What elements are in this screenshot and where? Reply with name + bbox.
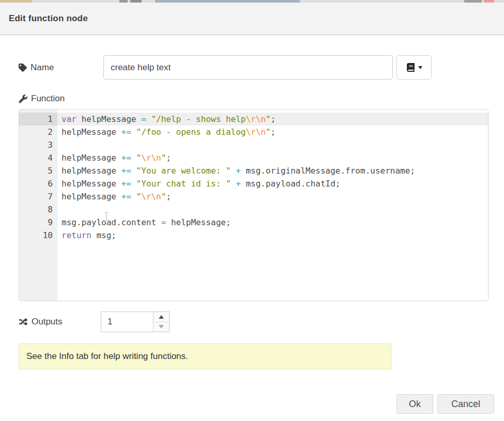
line-number: 4 [19, 151, 57, 164]
code-token: + [236, 166, 241, 176]
code-token: \r\n [141, 153, 161, 163]
code-token: += [121, 127, 131, 137]
code-token: helpMessage [77, 114, 141, 124]
tip-box: See the Info tab for help writing functi… [19, 344, 391, 369]
code-token: \r\n [141, 192, 161, 201]
code-token: msg.payload.chatId; [241, 179, 341, 189]
tag-icon [19, 64, 27, 72]
down-arrow-icon [159, 325, 164, 331]
code-token: helpMessage [62, 166, 121, 176]
outputs-input[interactable] [101, 312, 153, 332]
code-token: " [161, 192, 166, 201]
code-token: " [266, 114, 271, 124]
line-number: 2 [19, 126, 57, 138]
code-token: msg.payload.content [62, 217, 161, 227]
code-editor[interactable]: 12345678910 var helpMessage = "/help - s… [19, 109, 488, 301]
editor-content[interactable]: var helpMessage = "/help - shows help\r\… [57, 110, 488, 301]
line-number: 7 [19, 190, 57, 203]
code-token: = [161, 217, 166, 227]
code-token: var [62, 114, 77, 124]
line-number: 3 [19, 138, 57, 151]
code-line[interactable]: return msg; [57, 229, 488, 242]
caret-down-icon [418, 66, 422, 71]
code-token [131, 179, 136, 189]
outputs-label-text: Outputs [32, 317, 63, 327]
outputs-spinner [101, 311, 170, 332]
code-token: " [266, 127, 271, 137]
name-input[interactable] [103, 55, 393, 80]
code-token [146, 114, 151, 124]
outputs-label: Outputs [19, 317, 63, 327]
code-token [131, 127, 136, 137]
code-token: return [62, 230, 91, 240]
dialog-title: Edit function node [9, 13, 88, 24]
code-token: "/help - shows help [151, 114, 246, 124]
function-label-text: Function [31, 93, 65, 104]
spinner-down-button[interactable] [154, 322, 169, 332]
code-token: msg; [91, 230, 116, 240]
code-line[interactable]: helpMessage += "\r\n"; [57, 190, 488, 203]
line-number: 6 [19, 177, 57, 190]
line-number: 1 [19, 113, 57, 126]
ok-button[interactable]: Ok [396, 394, 433, 414]
shuffle-icon [19, 318, 28, 326]
code-token: ; [166, 192, 171, 201]
line-number: 8 [19, 203, 57, 216]
code-token: ; [271, 114, 276, 124]
name-label-text: Name [30, 63, 54, 73]
code-line[interactable]: helpMessage += "Your chat id is: " + msg… [57, 177, 488, 190]
code-token: "/foo - opens a dialog [136, 127, 246, 137]
code-token: \r\n [246, 127, 266, 137]
edit-function-node-dialog: { "dialog": { "title": "Edit function no… [0, 0, 504, 421]
code-token: ; [166, 153, 171, 163]
spinner-up-button[interactable] [154, 312, 169, 322]
code-token: helpMessage [62, 153, 121, 163]
code-token: " [136, 192, 142, 201]
code-token: += [121, 179, 131, 189]
code-line[interactable] [57, 203, 488, 216]
code-line[interactable]: msg.payload.content = helpMessage; [57, 216, 488, 229]
code-token: helpMessage [62, 179, 121, 189]
library-button[interactable] [396, 55, 432, 80]
code-token: msg.originalMessage.from.username; [241, 166, 415, 176]
line-number: 10 [19, 229, 57, 242]
code-token: " [136, 153, 142, 163]
code-line[interactable] [57, 138, 488, 151]
code-token: = [141, 114, 146, 124]
code-token [131, 153, 136, 163]
code-line[interactable]: helpMessage += "You are welcome: " + msg… [57, 164, 488, 177]
code-line[interactable]: helpMessage += "/foo - opens a dialog\r\… [57, 126, 488, 138]
book-icon [406, 63, 415, 72]
function-label: Function [19, 93, 65, 104]
code-token: ; [271, 127, 276, 137]
editor-gutter: 12345678910 [19, 110, 57, 301]
mouse-cursor-ibeam-icon [104, 212, 109, 222]
name-label: Name [19, 63, 54, 73]
line-number: 9 [19, 216, 57, 229]
code-token: += [121, 192, 131, 201]
code-line[interactable]: helpMessage += "\r\n"; [57, 151, 488, 164]
spinner-buttons [153, 312, 169, 332]
code-token: += [121, 153, 131, 163]
code-token: helpMessage [62, 192, 121, 201]
code-token: += [121, 166, 131, 176]
code-token: helpMessage [62, 127, 121, 137]
code-token [231, 179, 236, 189]
code-token: "You are welcome: " [136, 166, 231, 176]
code-token: \r\n [246, 114, 266, 124]
cancel-button[interactable]: Cancel [437, 394, 494, 414]
code-token [131, 166, 136, 176]
dialog-header: Edit function node [0, 3, 504, 35]
up-arrow-icon [159, 313, 164, 319]
code-token: helpMessage; [166, 217, 231, 227]
line-number: 5 [19, 164, 57, 177]
code-token [231, 166, 236, 176]
tip-text: See the Info tab for help writing functi… [26, 351, 188, 362]
code-token [131, 192, 136, 201]
code-token: " [161, 153, 166, 163]
code-token: "Your chat id is: " [136, 179, 231, 189]
wrench-icon [19, 95, 27, 103]
code-line[interactable]: var helpMessage = "/help - shows help\r\… [57, 113, 488, 126]
code-token: + [236, 179, 241, 189]
